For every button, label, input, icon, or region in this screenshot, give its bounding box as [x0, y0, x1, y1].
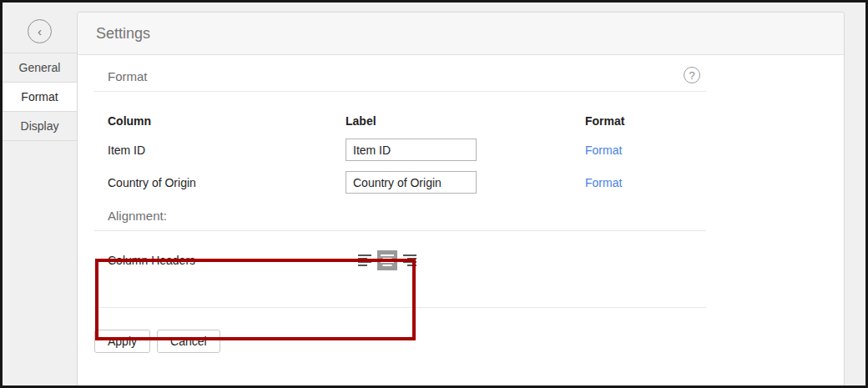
format-link[interactable]: Format: [585, 176, 622, 189]
sidebar: ‹ General Format Display: [3, 3, 77, 385]
alignment-button-group: [357, 250, 417, 270]
help-icon[interactable]: ?: [684, 67, 700, 83]
settings-panel: Settings Format ? Column Label Format It…: [77, 12, 845, 385]
align-left-button[interactable]: [357, 250, 374, 270]
divider: [94, 91, 706, 92]
back-chevron-icon: ‹: [38, 25, 42, 38]
panel-header: Settings: [78, 13, 844, 55]
back-button[interactable]: ‹: [28, 19, 52, 43]
column-name-text: Country of Origin: [108, 176, 346, 189]
label-input-country-of-origin[interactable]: [346, 171, 477, 194]
sidebar-nav: General Format Display: [3, 53, 77, 141]
sidebar-item-format[interactable]: Format: [3, 83, 77, 112]
sidebar-item-display[interactable]: Display: [3, 112, 77, 141]
cancel-button[interactable]: Cancel: [157, 330, 220, 353]
column-name-text: Item ID: [108, 144, 346, 157]
apply-button[interactable]: Apply: [94, 330, 150, 353]
divider: [94, 230, 706, 231]
alignment-row: Column Headers: [108, 249, 844, 271]
format-section-header: Format ?: [78, 69, 844, 84]
table-row: Country of Origin Format: [108, 166, 844, 199]
column-header-label: Label: [346, 114, 585, 128]
format-link[interactable]: Format: [585, 144, 622, 157]
settings-window: ‹ General Format Display Settings Format…: [0, 0, 868, 388]
align-right-button[interactable]: [401, 250, 417, 270]
column-header-column: Column: [108, 114, 346, 128]
table-header-row: Column Label Format: [108, 114, 844, 128]
align-left-icon: [358, 254, 373, 266]
alignment-row-label: Column Headers: [108, 254, 357, 267]
label-input-item-id[interactable]: [346, 139, 477, 161]
align-center-icon: [380, 254, 395, 266]
alignment-section-heading: Alignment:: [108, 209, 844, 224]
footer-button-row: Apply Cancel: [94, 330, 844, 353]
align-right-icon: [401, 254, 416, 266]
format-section-heading: Format: [108, 69, 148, 83]
page-title: Settings: [96, 25, 150, 43]
align-center-button[interactable]: [377, 250, 397, 270]
panel-body: Format ? Column Label Format Item ID For…: [78, 69, 844, 353]
divider: [94, 307, 706, 308]
sidebar-item-general[interactable]: General: [3, 53, 77, 83]
column-header-format: Format: [585, 114, 844, 128]
table-row: Item ID Format: [108, 134, 844, 166]
